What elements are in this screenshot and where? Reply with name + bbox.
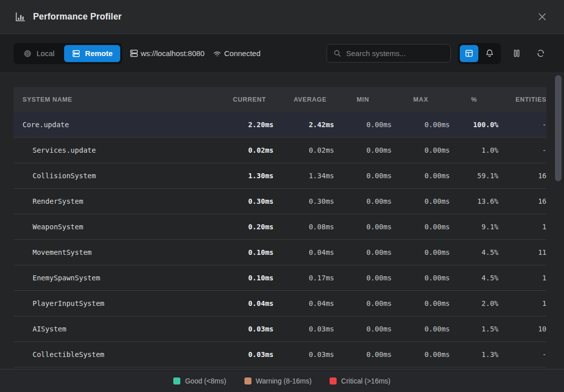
max-value: 0.00ms (392, 223, 450, 231)
remote-mode-button[interactable]: Remote (64, 45, 120, 62)
table-row[interactable]: MovementSystem 0.10ms 0.04ms 0.00ms 0.00… (14, 240, 546, 265)
average-value: 0.04ms (273, 299, 334, 307)
max-value: 0.00ms (392, 172, 450, 180)
entities-value: - (498, 350, 546, 358)
entities-value: - (498, 121, 546, 129)
entities-value: 1 (498, 274, 546, 282)
search-box (327, 44, 451, 63)
vertical-scrollbar[interactable] (555, 75, 561, 181)
min-value: 0.00ms (334, 172, 392, 180)
mode-toggle: Local Remote (14, 43, 122, 64)
performance-profiler-window: Performance Profiler Local (0, 0, 564, 392)
column-header-system-name[interactable]: SYSTEM NAME (14, 96, 213, 103)
system-name: Services.update (14, 146, 213, 154)
current-value: 0.02ms (213, 146, 273, 154)
table-grid-icon (464, 49, 474, 58)
average-value: 0.08ms (273, 223, 334, 231)
table-row[interactable]: Core.update 2.20ms 2.42ms 0.00ms 0.00ms … (14, 112, 546, 138)
percent-value: 1.0% (450, 146, 498, 154)
current-value: 0.03ms (213, 350, 273, 358)
max-value: 0.00ms (392, 325, 450, 333)
cpu-icon (23, 49, 32, 58)
table-row[interactable]: EnemySpawnSystem 0.10ms 0.17ms 0.00ms 0.… (14, 265, 546, 291)
pause-icon (512, 49, 521, 58)
column-header-entities[interactable]: ENTITIES (498, 96, 546, 103)
local-mode-button[interactable]: Local (16, 45, 62, 62)
connection-status: Connected (224, 49, 260, 58)
table-row[interactable]: PlayerInputSystem 0.04ms 0.04ms 0.00ms 0… (14, 291, 546, 316)
table-row[interactable]: AISystem 0.03ms 0.03ms 0.00ms 0.00ms 1.5… (14, 316, 546, 342)
server-icon (72, 49, 81, 58)
entities-value: 1 (498, 223, 546, 231)
server-icon (129, 49, 139, 58)
percent-value: 100.0% (450, 121, 498, 129)
table-body: Core.update 2.20ms 2.42ms 0.00ms 0.00ms … (14, 112, 546, 367)
min-value: 0.00ms (334, 146, 392, 154)
bar-chart-icon (14, 11, 26, 23)
entities-value: 11 (498, 248, 546, 256)
legend-swatch-icon (173, 377, 180, 384)
max-value: 0.00ms (392, 197, 450, 205)
column-header-max[interactable]: MAX (392, 96, 450, 103)
average-value: 0.30ms (273, 197, 334, 205)
current-value: 0.10ms (213, 274, 273, 282)
percent-value: 59.1% (450, 172, 498, 180)
alerts-button[interactable] (480, 45, 499, 62)
current-value: 2.20ms (213, 121, 273, 129)
percent-value: 4.5% (450, 248, 498, 256)
legend-item: Good (<8ms) (173, 377, 226, 385)
system-name: MovementSystem (14, 248, 213, 256)
table-row[interactable]: CollectibleSystem 0.03ms 0.03ms 0.00ms 0… (14, 342, 546, 367)
system-name: CollisionSystem (14, 172, 213, 180)
current-value: 0.20ms (213, 223, 273, 231)
current-value: 1.30ms (213, 172, 273, 180)
view-toggle-group (458, 43, 501, 64)
refresh-button[interactable] (532, 45, 549, 62)
percent-value: 9.1% (450, 223, 498, 231)
current-value: 0.30ms (213, 197, 273, 205)
min-value: 0.00ms (334, 350, 392, 358)
column-header-average[interactable]: AVERAGE (273, 96, 334, 103)
average-value: 0.04ms (273, 248, 334, 256)
column-header-percent[interactable]: % (450, 96, 498, 103)
percent-value: 1.5% (450, 325, 498, 333)
pause-button[interactable] (508, 45, 525, 62)
system-name: CollectibleSystem (14, 350, 213, 358)
profiler-content: SYSTEM NAME CURRENT AVERAGE MIN MAX % EN… (0, 73, 564, 369)
system-name: Core.update (14, 121, 213, 129)
table-row[interactable]: WeaponSystem 0.20ms 0.08ms 0.00ms 0.00ms… (14, 214, 546, 240)
min-value: 0.00ms (334, 299, 392, 307)
max-value: 0.00ms (392, 248, 450, 256)
min-value: 0.00ms (334, 274, 392, 282)
average-value: 1.34ms (273, 172, 334, 180)
close-button[interactable] (535, 10, 549, 24)
average-value: 0.17ms (273, 274, 334, 282)
table-row[interactable]: Services.update 0.02ms 0.02ms 0.00ms 0.0… (14, 138, 546, 163)
min-value: 0.00ms (334, 248, 392, 256)
percent-value: 2.0% (450, 299, 498, 307)
table-row[interactable]: CollisionSystem 1.30ms 1.34ms 0.00ms 0.0… (14, 163, 546, 189)
system-name: WeaponSystem (14, 223, 213, 231)
column-header-min[interactable]: MIN (334, 96, 392, 103)
legend-label: Critical (>16ms) (341, 377, 390, 385)
average-value: 0.03ms (273, 325, 334, 333)
legend-item: Critical (>16ms) (330, 377, 390, 385)
percent-value: 1.3% (450, 350, 498, 358)
legend-label: Good (<8ms) (185, 377, 226, 385)
search-input[interactable] (346, 49, 446, 58)
system-name: AISystem (14, 325, 213, 333)
legend-swatch-icon (244, 377, 251, 384)
legend-swatch-icon (330, 377, 337, 384)
table-view-button[interactable] (460, 45, 478, 62)
min-value: 0.00ms (334, 197, 392, 205)
local-mode-label: Local (37, 49, 55, 58)
entities-value: 16 (498, 197, 546, 205)
column-header-current[interactable]: CURRENT (213, 96, 273, 103)
max-value: 0.00ms (392, 350, 450, 358)
current-value: 0.04ms (213, 299, 273, 307)
title-bar: Performance Profiler (0, 0, 564, 34)
average-value: 2.42ms (273, 121, 334, 129)
table-row[interactable]: RenderSystem 0.30ms 0.30ms 0.00ms 0.00ms… (14, 189, 546, 214)
max-value: 0.00ms (392, 274, 450, 282)
wifi-icon (212, 49, 222, 58)
